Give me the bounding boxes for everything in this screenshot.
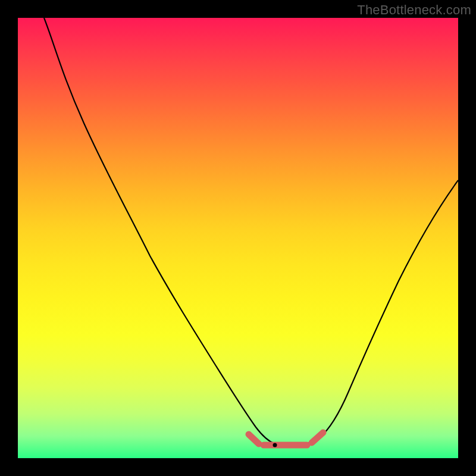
flat-marker-segment: [312, 433, 323, 443]
chart-frame: TheBottleneck.com: [0, 0, 476, 476]
minimum-point-dot: [273, 443, 277, 447]
watermark-text: TheBottleneck.com: [357, 2, 471, 18]
bottleneck-curve: [44, 18, 458, 446]
flat-marker-segment: [249, 434, 259, 444]
flat-region-markers: [249, 433, 323, 445]
chart-overlay: [18, 18, 458, 458]
